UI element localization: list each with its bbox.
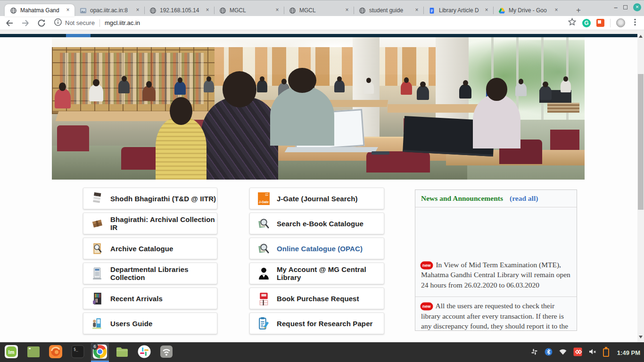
menu-button-label: Departmental Libraries Collection xyxy=(110,265,217,281)
tab-title: 192.168.105.14 xyxy=(160,7,204,14)
browser-tab-mgcl[interactable]: MGCL× xyxy=(284,4,354,16)
news-item: new In View of Mid Term Examination (MTE… xyxy=(415,207,577,297)
menu-button-departmental-libraries-collection[interactable]: Departmental Libraries Collection xyxy=(83,263,217,284)
scrollbar-up-arrow-icon[interactable] xyxy=(639,35,643,38)
library-hall-photo xyxy=(52,37,585,180)
menu-button-archive-catalogue[interactable]: Archive Catalogue xyxy=(83,238,217,259)
page-nav-active-segment xyxy=(66,34,91,37)
google-drive-icon xyxy=(498,7,505,14)
launcher-desktop-window-icon[interactable] xyxy=(25,343,42,362)
news-panel: News and Announcements (read all) new In… xyxy=(415,189,577,331)
tab-close-icon[interactable]: × xyxy=(413,7,421,14)
browser-tab-mahatma-gand[interactable]: Mahatma Gand× xyxy=(5,4,74,16)
book-search-icon xyxy=(257,216,270,231)
photo-phone xyxy=(372,151,389,155)
menu-button-label: Book Purchase Request xyxy=(277,295,359,303)
news-items: new In View of Mid Term Examination (MTE… xyxy=(415,207,577,331)
tab-close-icon[interactable]: × xyxy=(343,7,351,14)
tab-title: opac.iitr.ac.in:8 xyxy=(90,7,134,14)
bluetooth-icon[interactable] xyxy=(545,348,553,358)
launcher-mint-menu-icon[interactable]: lm xyxy=(2,343,20,362)
battery-icon[interactable] xyxy=(603,348,609,357)
browser-tab-192-168-105-14[interactable]: 192.168.105.14× xyxy=(144,4,214,16)
svg-text:lm: lm xyxy=(8,349,15,355)
tab-title: MGCL xyxy=(230,7,273,14)
network-app-icon xyxy=(159,345,173,361)
wifi-icon[interactable] xyxy=(559,348,567,357)
webpage: Shodh Bhagirathi (T&D @ IITR)Bhagirathi:… xyxy=(0,30,644,342)
page-scrollbar[interactable] xyxy=(637,30,644,342)
menu-button-request-for-research-paper[interactable]: Request for Research Paper xyxy=(249,313,384,334)
clipboard-pencil-icon xyxy=(257,316,270,331)
photo-person xyxy=(204,80,214,92)
menu-button-book-purchase-request[interactable]: Book Purchase Request xyxy=(249,288,384,309)
slack-tray-icon[interactable] xyxy=(530,348,538,358)
security-label: Not secure xyxy=(65,19,95,26)
photo-person xyxy=(334,80,345,92)
launcher-network-app-icon[interactable] xyxy=(157,343,175,362)
library-kiosk-icon xyxy=(91,266,104,281)
tab-title: Library Article D xyxy=(439,7,483,14)
forward-button[interactable] xyxy=(19,18,32,28)
menu-button-shodh-bhagirathi-t-d-iitr[interactable]: Shodh Bhagirathi (T&D @ IITR) xyxy=(83,188,217,209)
menu-button-recent-arrivals[interactable]: Recent Arrivals xyxy=(83,288,217,309)
browser-tab-opac-iitr-ac-in-8[interactable]: opac.iitr.ac.in:8× xyxy=(74,4,144,16)
browser-tab-mgcl[interactable]: MGCL× xyxy=(214,4,284,16)
photo-person xyxy=(515,83,527,96)
tab-close-icon[interactable]: × xyxy=(204,7,211,14)
reload-button[interactable] xyxy=(35,18,48,28)
tab-close-icon[interactable]: × xyxy=(553,7,560,14)
back-button[interactable] xyxy=(3,18,16,28)
launcher-terminal-icon[interactable]: $_ xyxy=(69,343,87,362)
menu-button-label: Search e-Book Catalogue xyxy=(277,220,363,228)
desktop-window-icon xyxy=(26,345,41,361)
window-close-button[interactable]: ✕ xyxy=(633,3,641,11)
menu-button-label: My Account @ MG Central Library xyxy=(277,265,384,281)
photo-person xyxy=(539,86,552,100)
menu-button-search-e-book-catalogue[interactable]: Search e-Book Catalogue xyxy=(249,213,384,234)
taskbar: lm$_6 1:49 PM xyxy=(0,342,644,362)
bookmark-star-icon[interactable] xyxy=(568,17,577,28)
tab-close-icon[interactable]: × xyxy=(483,7,490,14)
slack-icon xyxy=(137,345,151,361)
photo-person xyxy=(459,84,471,99)
browser-tab-library-article-d[interactable]: Library Article D× xyxy=(423,4,493,16)
browser-tab-student-guide[interactable]: student guide× xyxy=(354,4,423,16)
browser-menu-icon[interactable] xyxy=(631,18,639,28)
launcher-slack-icon[interactable] xyxy=(135,343,153,362)
terminal-icon: $_ xyxy=(71,345,85,361)
launcher-file-manager-icon[interactable] xyxy=(113,343,131,362)
url-text[interactable]: mgcl.iitr.ac.in xyxy=(105,19,140,26)
menu-button-bhagirathi-archival-collection-ir[interactable]: Bhagirathi: Archival Collection IR xyxy=(83,213,217,234)
launcher-chrome-icon[interactable]: 6 xyxy=(91,343,109,362)
news-title: News and Announcements xyxy=(421,194,503,203)
tab-close-icon[interactable]: × xyxy=(64,7,72,14)
anydesk-icon[interactable] xyxy=(573,347,582,358)
new-tab-button[interactable]: + xyxy=(571,4,586,16)
address-bar[interactable]: Not secure mgcl.iitr.ac.in xyxy=(54,18,568,28)
menu-button-my-account-mg-central-library[interactable]: My Account @ MG Central Library xyxy=(249,263,384,284)
info-icon[interactable] xyxy=(54,18,62,28)
tab-close-icon[interactable]: × xyxy=(273,7,281,14)
browser-tab-my-drive-goo[interactable]: My Drive - Goo× xyxy=(493,4,563,16)
menu-button-label: Request for Research Paper xyxy=(277,320,373,328)
person-icon xyxy=(257,266,270,281)
launcher-firefox-icon[interactable] xyxy=(47,343,65,362)
grammarly-extension-icon[interactable]: G xyxy=(582,19,591,27)
news-read-all-link[interactable]: (read all) xyxy=(510,194,538,203)
page-top-strip xyxy=(0,30,644,34)
extension-icon[interactable] xyxy=(596,19,604,27)
menu-button-users-guide[interactable]: Users Guide xyxy=(83,313,217,334)
menu-button-j-gate-journal-search[interactable]: J-GateJ-Gate (Journal Search) xyxy=(249,188,384,209)
window-maximize-button[interactable] xyxy=(623,5,627,9)
window-minimize-button[interactable]: – xyxy=(614,5,618,10)
news-panel-header: News and Announcements (read all) xyxy=(415,190,577,207)
scrollbar-down-arrow-icon[interactable] xyxy=(639,336,643,338)
profile-avatar[interactable] xyxy=(616,18,625,27)
tab-close-icon[interactable]: × xyxy=(134,7,141,14)
volume-muted-icon[interactable] xyxy=(588,348,597,357)
menu-button-online-catalogue-opac[interactable]: Online Catalogue (OPAC) xyxy=(249,238,384,259)
firefox-icon xyxy=(49,345,63,361)
scrollbar-thumb[interactable] xyxy=(638,74,644,210)
globe-icon xyxy=(358,7,366,14)
